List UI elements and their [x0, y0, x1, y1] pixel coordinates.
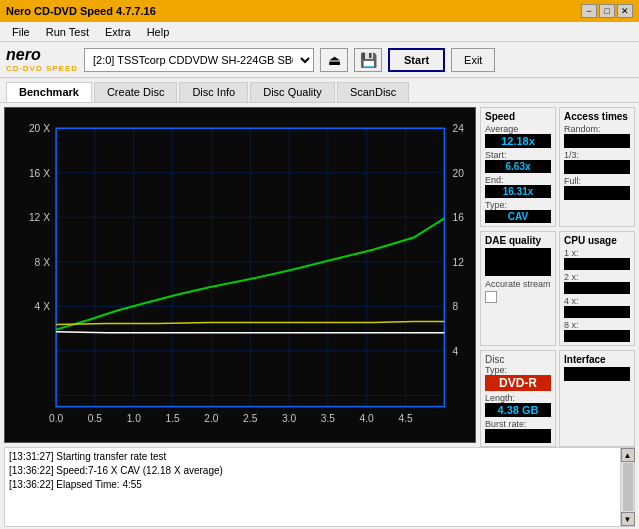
scroll-up-arrow[interactable]: ▲ — [621, 448, 635, 462]
dae-section: DAE quality Accurate stream — [480, 231, 556, 346]
interface-label: Interface — [564, 354, 630, 365]
burst-rate-box — [485, 429, 551, 443]
menu-file[interactable]: File — [4, 24, 38, 40]
right-panel: Speed Average 12.18x Start: 6.63x End: 1… — [480, 107, 635, 443]
main-content: 20 X 16 X 12 X 8 X 4 X 24 20 16 12 8 4 0… — [0, 103, 639, 443]
log-line-2: [13:36:22] Speed:7-16 X CAV (12.18 X ave… — [9, 464, 616, 478]
disc-section: Disc Type: DVD-R Length: 4.38 GB Burst r… — [480, 350, 556, 447]
scroll-thumb[interactable] — [623, 463, 633, 511]
benchmark-chart: 20 X 16 X 12 X 8 X 4 X 24 20 16 12 8 4 0… — [5, 108, 475, 442]
svg-text:8 X: 8 X — [35, 257, 51, 268]
save-icon-button[interactable]: 💾 — [354, 48, 382, 72]
cpu-2x-label: 2 x: — [564, 272, 630, 282]
svg-text:16 X: 16 X — [29, 168, 50, 179]
cpu-8x-label: 8 x: — [564, 320, 630, 330]
interface-section: Interface — [559, 350, 635, 447]
access-times-section: Access times Random: 1/3: Full: — [559, 107, 635, 227]
svg-text:24: 24 — [453, 123, 465, 134]
disc-length-label: Length: — [485, 393, 551, 403]
accurate-stream-checkbox-row — [485, 291, 551, 303]
log-content: [13:31:27] Starting transfer rate test [… — [5, 448, 620, 526]
svg-rect-0 — [5, 108, 475, 442]
dae-quality-bar — [485, 248, 551, 276]
cpu-2x-box — [564, 282, 630, 294]
svg-text:4.5: 4.5 — [398, 413, 413, 424]
nero-text: nero — [6, 46, 41, 64]
minimize-button[interactable]: − — [581, 4, 597, 18]
cpu-8x-box — [564, 330, 630, 342]
tab-disc-quality[interactable]: Disc Quality — [250, 82, 335, 102]
tab-bar: Benchmark Create Disc Disc Info Disc Qua… — [0, 78, 639, 103]
full-label: Full: — [564, 176, 630, 186]
menu-help[interactable]: Help — [139, 24, 178, 40]
close-button[interactable]: ✕ — [617, 4, 633, 18]
start-button[interactable]: Start — [388, 48, 445, 72]
cpu-4x-label: 4 x: — [564, 296, 630, 306]
maximize-button[interactable]: □ — [599, 4, 615, 18]
random-value-box — [564, 134, 630, 148]
cpu-1x-label: 1 x: — [564, 248, 630, 258]
burst-rate-label: Burst rate: — [485, 419, 551, 429]
cpu-section: CPU usage 1 x: 2 x: 4 x: 8 x: — [559, 231, 635, 346]
svg-text:0.5: 0.5 — [88, 413, 103, 424]
disc-interface-row: Disc Type: DVD-R Length: 4.38 GB Burst r… — [480, 350, 635, 447]
log-line-3: [13:36:22] Elapsed Time: 4:55 — [9, 478, 616, 492]
disc-type-badge: DVD-R — [485, 375, 551, 391]
menu-run-test[interactable]: Run Test — [38, 24, 97, 40]
disc-length-value: 4.38 GB — [485, 403, 551, 417]
log-scrollbar[interactable]: ▲ ▼ — [620, 448, 634, 526]
svg-text:2.0: 2.0 — [204, 413, 219, 424]
cpu-title: CPU usage — [564, 235, 630, 246]
start-label: Start: — [485, 150, 551, 160]
type-label: Type: — [485, 200, 551, 210]
menu-bar: File Run Test Extra Help — [0, 22, 639, 42]
app-title: Nero CD-DVD Speed 4.7.7.16 — [6, 5, 156, 17]
svg-text:3.5: 3.5 — [321, 413, 336, 424]
tab-disc-info[interactable]: Disc Info — [179, 82, 248, 102]
menu-extra[interactable]: Extra — [97, 24, 139, 40]
start-value: 6.63x — [485, 160, 551, 173]
full-value-box — [564, 186, 630, 200]
svg-text:16: 16 — [453, 212, 465, 223]
log-line-1: [13:31:27] Starting transfer rate test — [9, 450, 616, 464]
chart-area: 20 X 16 X 12 X 8 X 4 X 24 20 16 12 8 4 0… — [4, 107, 476, 443]
disc-type-label: Disc — [485, 354, 551, 365]
svg-text:4 X: 4 X — [35, 301, 51, 312]
toolbar: nero CD·DVD SPEED [2:0] TSSTcorp CDDVDW … — [0, 42, 639, 78]
dae-title: DAE quality — [485, 235, 551, 246]
average-label: Average — [485, 124, 551, 134]
title-bar: Nero CD-DVD Speed 4.7.7.16 − □ ✕ — [0, 0, 639, 22]
accurate-stream-label: Accurate stream — [485, 279, 551, 289]
one-third-label: 1/3: — [564, 150, 630, 160]
svg-text:0.0: 0.0 — [49, 413, 64, 424]
end-value: 16.31x — [485, 185, 551, 198]
exit-button[interactable]: Exit — [451, 48, 495, 72]
cpu-1x-box — [564, 258, 630, 270]
svg-text:4.0: 4.0 — [360, 413, 375, 424]
svg-text:2.5: 2.5 — [243, 413, 258, 424]
drive-selector[interactable]: [2:0] TSSTcorp CDDVDW SH-224GB SB00 — [84, 48, 314, 72]
average-value: 12.18x — [485, 134, 551, 148]
nero-logo: nero CD·DVD SPEED — [6, 46, 78, 73]
svg-text:20: 20 — [453, 168, 465, 179]
one-third-value-box — [564, 160, 630, 174]
svg-text:20 X: 20 X — [29, 123, 50, 134]
speed-access-row: Speed Average 12.18x Start: 6.63x End: 1… — [480, 107, 635, 227]
tab-benchmark[interactable]: Benchmark — [6, 82, 92, 102]
tab-create-disc[interactable]: Create Disc — [94, 82, 177, 102]
speed-title: Speed — [485, 111, 551, 122]
tab-scan-disc[interactable]: ScanDisc — [337, 82, 409, 102]
interface-box — [564, 367, 630, 381]
random-label: Random: — [564, 124, 630, 134]
eject-icon-button[interactable]: ⏏ — [320, 48, 348, 72]
dae-cpu-row: DAE quality Accurate stream CPU usage 1 … — [480, 231, 635, 346]
type-value: CAV — [485, 210, 551, 223]
svg-text:3.0: 3.0 — [282, 413, 297, 424]
svg-text:8: 8 — [453, 301, 459, 312]
speed-section: Speed Average 12.18x Start: 6.63x End: 1… — [480, 107, 556, 227]
scroll-down-arrow[interactable]: ▼ — [621, 512, 635, 526]
accurate-stream-checkbox[interactable] — [485, 291, 497, 303]
svg-text:1.5: 1.5 — [165, 413, 180, 424]
end-label: End: — [485, 175, 551, 185]
access-times-title: Access times — [564, 111, 630, 122]
